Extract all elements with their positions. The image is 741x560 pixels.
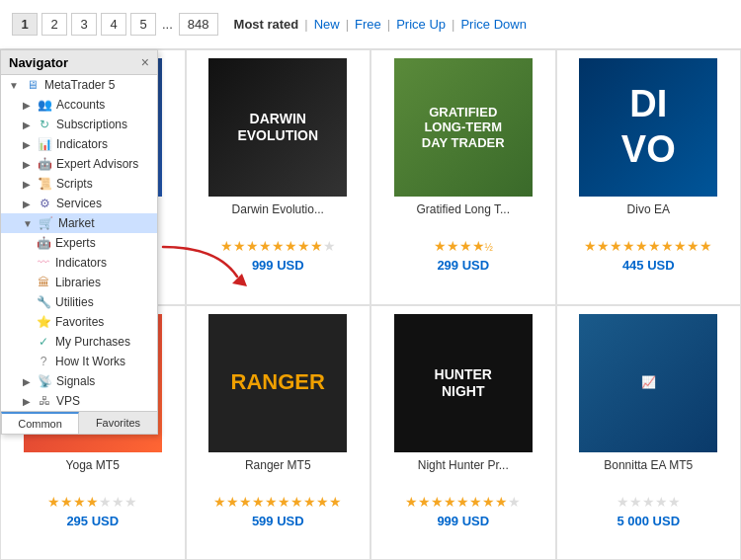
nav-item-market-purchases[interactable]: ✓ My Purchases <box>1 332 157 352</box>
page-btn-5[interactable]: 5 <box>130 13 156 36</box>
expand-icon-indicators: ▶ <box>23 139 31 150</box>
product-price-1: 999 USD <box>252 258 304 273</box>
product-stars-6: ★★★★★ <box>405 494 521 510</box>
navigator-close-button[interactable]: × <box>141 54 149 70</box>
nav-label-market-libraries: Libraries <box>55 276 101 289</box>
nav-label-market-experts: Experts <box>55 236 96 250</box>
filter-most-rated[interactable]: Most rated <box>234 17 299 32</box>
filter-price-up[interactable]: Price Up <box>396 17 446 32</box>
nav-item-metatrader5[interactable]: ▼ 🖥 MetaTrader 5 <box>1 75 157 95</box>
product-stars-3: ★★★★★ <box>584 238 712 254</box>
services-icon: ⚙ <box>38 197 51 210</box>
expand-icon-services: ▶ <box>23 199 31 209</box>
expand-icon-accounts: ▶ <box>23 100 31 111</box>
product-stars-1: ★★★★★ <box>220 238 336 254</box>
market-experts-icon: 🤖 <box>37 236 50 250</box>
filter-free[interactable]: Free <box>355 17 381 32</box>
expand-icon-experts: ▶ <box>23 159 31 170</box>
product-price-5: 599 USD <box>252 514 304 528</box>
product-price-3: 445 USD <box>622 258 675 273</box>
nav-item-scripts[interactable]: ▶ 📜 Scripts <box>1 174 157 194</box>
filter-new[interactable]: New <box>314 17 340 32</box>
market-howworks-icon: ? <box>37 355 50 368</box>
nav-label-services: Services <box>56 197 102 210</box>
market-utilities-icon: 🔧 <box>37 295 50 309</box>
nav-tab-common[interactable]: Common <box>1 412 79 434</box>
product-name-3: Divo EA <box>627 202 670 234</box>
product-card-7[interactable]: 📈Bonnitta EA MT5★★★★★5 000 USD <box>556 305 742 561</box>
indicators-icon: 📊 <box>38 137 51 151</box>
product-card-1[interactable]: DARWIN EVOLUTIONDarwin Evolutio...★★★★★9… <box>186 49 371 305</box>
nav-item-market-indicators[interactable]: 〰 Indicators <box>1 253 157 273</box>
navigator-header: Navigator × <box>1 50 157 75</box>
product-stars-2: ★★★★½ <box>434 238 493 254</box>
product-card-5[interactable]: RANGERRanger MT5★★★★★599 USD <box>186 305 371 561</box>
navigator-footer: Common Favorites <box>1 411 157 434</box>
nav-label-market: Market <box>58 216 95 230</box>
nav-tab-favorites[interactable]: Favorites <box>79 412 157 434</box>
nav-item-experts[interactable]: ▶ 🤖 Expert Advisors <box>1 154 157 174</box>
product-image-7: 📈 <box>579 314 717 452</box>
nav-item-indicators[interactable]: ▶ 📊 Indicators <box>1 134 157 154</box>
nav-item-market-howworks[interactable]: ? How It Works <box>1 352 157 371</box>
nav-label-market-favorites: Favorites <box>55 315 104 329</box>
page-dots: ... <box>160 17 175 32</box>
filter-links: Most rated | New | Free | Price Up | Pri… <box>234 17 527 32</box>
nav-item-signals[interactable]: ▶ 📡 Signals <box>1 371 157 391</box>
nav-label-indicators: Indicators <box>56 137 108 151</box>
product-card-3[interactable]: DI VODivo EA★★★★★445 USD <box>556 49 742 305</box>
experts-icon: 🤖 <box>38 157 51 171</box>
product-name-2: Gratified Long T... <box>417 202 511 234</box>
product-price-4: 295 USD <box>66 514 119 528</box>
navigator-title: Navigator <box>9 55 68 70</box>
market-favorites-icon: ⭐ <box>37 315 50 329</box>
market-purchases-icon: ✓ <box>37 335 50 349</box>
expand-icon-signals: ▶ <box>23 376 31 387</box>
nav-item-market-utilities[interactable]: 🔧 Utilities <box>1 292 157 312</box>
product-name-7: Bonnitta EA MT5 <box>604 458 693 490</box>
product-image-1: DARWIN EVOLUTION <box>208 58 347 197</box>
nav-item-services[interactable]: ▶ ⚙ Services <box>1 194 157 213</box>
nav-label-market-indicators: Indicators <box>55 256 107 270</box>
market-icon: 🛒 <box>40 216 53 230</box>
page-btn-1[interactable]: 1 <box>12 13 38 36</box>
pagination-bar: 1 2 3 4 5 ... 848 Most rated | New | Fre… <box>0 0 741 49</box>
product-image-6: HUNTER NIGHT <box>394 314 533 452</box>
product-card-2[interactable]: GRATIFIED LONG-TERM DAY TRADERGratified … <box>370 49 556 305</box>
nav-item-market-favorites[interactable]: ⭐ Favorites <box>1 312 157 332</box>
product-price-2: 299 USD <box>437 258 489 273</box>
market-libraries-icon: 🏛 <box>37 276 50 289</box>
page-total: 848 <box>179 13 218 36</box>
nav-item-vps[interactable]: ▶ 🖧 VPS <box>1 391 157 411</box>
nav-label-signals: Signals <box>56 374 95 388</box>
nav-label-experts: Expert Advisors <box>56 157 138 171</box>
product-name-5: Ranger MT5 <box>245 458 311 490</box>
page-btn-4[interactable]: 4 <box>101 13 126 36</box>
vps-icon: 🖧 <box>38 394 51 408</box>
signals-icon: 📡 <box>38 374 51 388</box>
nav-label-subscriptions: Subscriptions <box>56 118 127 131</box>
product-image-2: GRATIFIED LONG-TERM DAY TRADER <box>394 58 533 197</box>
nav-label-scripts: Scripts <box>56 177 93 191</box>
filter-price-down[interactable]: Price Down <box>460 17 526 32</box>
nav-item-market[interactable]: ▼ 🛒 Market <box>1 213 157 233</box>
expand-icon-vps: ▶ <box>23 396 31 407</box>
nav-label-market-utilities: Utilities <box>55 295 94 309</box>
expand-icon-scripts: ▶ <box>23 179 31 190</box>
page-btn-3[interactable]: 3 <box>71 13 97 36</box>
page-btn-2[interactable]: 2 <box>41 13 67 36</box>
nav-label-accounts: Accounts <box>56 98 105 112</box>
nav-label-market-howworks: How It Works <box>55 355 125 368</box>
subscriptions-icon: ↻ <box>38 118 51 131</box>
nav-item-market-libraries[interactable]: 🏛 Libraries <box>1 273 157 292</box>
navigator-panel: Navigator × ▼ 🖥 MetaTrader 5 ▶ 👥 Account… <box>0 49 158 435</box>
product-price-7: 5 000 USD <box>617 514 680 528</box>
nav-item-accounts[interactable]: ▶ 👥 Accounts <box>1 95 157 115</box>
product-image-5: RANGER <box>208 314 347 452</box>
product-name-6: Night Hunter Pr... <box>418 458 509 490</box>
scripts-icon: 📜 <box>38 177 51 191</box>
nav-item-subscriptions[interactable]: ▶ ↻ Subscriptions <box>1 115 157 134</box>
nav-item-market-experts[interactable]: 🤖 Experts <box>1 233 157 253</box>
product-image-3: DI VO <box>579 58 717 197</box>
product-card-6[interactable]: HUNTER NIGHTNight Hunter Pr...★★★★★999 U… <box>370 305 556 561</box>
